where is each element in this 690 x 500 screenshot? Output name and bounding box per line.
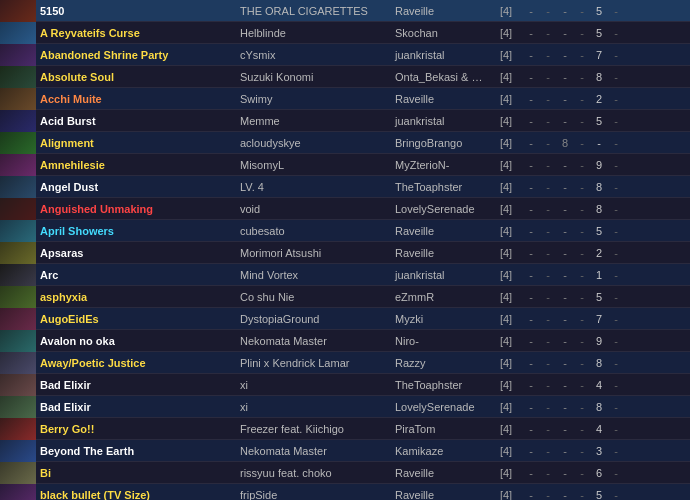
- song-artist: cYsmix: [236, 49, 391, 61]
- song-artist: Swimy: [236, 93, 391, 105]
- song-title: Absolute Soul: [36, 71, 236, 83]
- song-difficulty: [4]: [491, 203, 521, 215]
- song-difficulty: [4]: [491, 269, 521, 281]
- song-title: Acchi Muite: [36, 93, 236, 105]
- song-count: 8: [589, 181, 609, 193]
- table-row[interactable]: Abandoned Shrine PartycYsmixjuankristal[…: [0, 44, 690, 66]
- table-row[interactable]: AmnehilesieMisomyLMyZterioN-[4]----9-: [0, 154, 690, 176]
- song-count: 3: [589, 445, 609, 457]
- table-row[interactable]: April ShowerscubesatoRaveille[4]----5-: [0, 220, 690, 242]
- table-row[interactable]: AlignmentacloudyskyeBringoBrango[4]--8--…: [0, 132, 690, 154]
- song-stat2: -: [555, 247, 575, 259]
- song-stat1: -: [521, 247, 541, 259]
- song-mapper: Raveille: [391, 93, 491, 105]
- table-row[interactable]: Absolute SoulSuzuki KonomiOnta_Bekasi & …: [0, 66, 690, 88]
- table-row[interactable]: Bad ElixirxiLovelySerenade[4]----8-: [0, 396, 690, 418]
- song-stat1: -: [521, 27, 541, 39]
- song-artist: Freezer feat. Kiichigo: [236, 423, 391, 435]
- song-stat1: -: [521, 401, 541, 413]
- table-row[interactable]: Birissyuu feat. chokoRaveille[4]----6-: [0, 462, 690, 484]
- song-thumbnail: [0, 110, 36, 132]
- table-row[interactable]: asphyxiaCo shu NieeZmmR[4]----5-: [0, 286, 690, 308]
- separator2: -: [575, 313, 589, 325]
- separator: -: [541, 357, 555, 369]
- table-row[interactable]: Acchi MuiteSwimyRaveille[4]----2-: [0, 88, 690, 110]
- song-title: April Showers: [36, 225, 236, 237]
- song-stat2: -: [555, 93, 575, 105]
- song-mapper: juankristal: [391, 269, 491, 281]
- table-row[interactable]: ArcMind Vortexjuankristal[4]----1-: [0, 264, 690, 286]
- song-difficulty: [4]: [491, 489, 521, 501]
- end-separator: -: [609, 445, 623, 457]
- song-title: Beyond The Earth: [36, 445, 236, 457]
- song-stat2: -: [555, 49, 575, 61]
- table-row[interactable]: Acid BurstMemmejuankristal[4]----5-: [0, 110, 690, 132]
- end-separator: -: [609, 357, 623, 369]
- table-row[interactable]: Beyond The EarthNekomata MasterKamikaze[…: [0, 440, 690, 462]
- song-count: 6: [589, 467, 609, 479]
- song-title: Acid Burst: [36, 115, 236, 127]
- song-count: -: [589, 137, 609, 149]
- song-stat2: -: [555, 313, 575, 325]
- song-artist: Nekomata Master: [236, 445, 391, 457]
- separator2: -: [575, 159, 589, 171]
- song-count: 5: [589, 225, 609, 237]
- song-mapper: TheToaphster: [391, 379, 491, 391]
- song-stat1: -: [521, 225, 541, 237]
- song-stat1: -: [521, 159, 541, 171]
- song-title: black bullet (TV Size): [36, 489, 236, 501]
- table-row[interactable]: Avalon no okaNekomata MasterNiro-[4]----…: [0, 330, 690, 352]
- song-title: Angel Dust: [36, 181, 236, 193]
- song-count: 5: [589, 489, 609, 501]
- song-title: Avalon no oka: [36, 335, 236, 347]
- song-stat1: -: [521, 379, 541, 391]
- song-artist: Mind Vortex: [236, 269, 391, 281]
- song-thumbnail: [0, 264, 36, 286]
- song-thumbnail: [0, 396, 36, 418]
- end-separator: -: [609, 335, 623, 347]
- song-mapper: Skochan: [391, 27, 491, 39]
- table-row[interactable]: ApsarasMorimori AtsushiRaveille[4]----2-: [0, 242, 690, 264]
- table-row[interactable]: Away/Poetic JusticePlini x Kendrick Lama…: [0, 352, 690, 374]
- song-title: Bi: [36, 467, 236, 479]
- song-difficulty: [4]: [491, 423, 521, 435]
- song-stat2: -: [555, 181, 575, 193]
- song-title: Anguished Unmaking: [36, 203, 236, 215]
- table-row[interactable]: Anguished UnmakingvoidLovelySerenade[4]-…: [0, 198, 690, 220]
- separator2: -: [575, 203, 589, 215]
- song-mapper: Raveille: [391, 489, 491, 501]
- song-count: 5: [589, 115, 609, 127]
- song-mapper: juankristal: [391, 115, 491, 127]
- end-separator: -: [609, 247, 623, 259]
- table-row[interactable]: A Reyvateifs CurseHelblindeSkochan[4]---…: [0, 22, 690, 44]
- separator: -: [541, 423, 555, 435]
- song-stat2: -: [555, 379, 575, 391]
- song-mapper: Onta_Bekasi & eZm...: [391, 71, 491, 83]
- song-title: Alignment: [36, 137, 236, 149]
- end-separator: -: [609, 27, 623, 39]
- table-row[interactable]: black bullet (TV Size)fripSideRaveille[4…: [0, 484, 690, 500]
- separator2: -: [575, 247, 589, 259]
- song-thumbnail: [0, 132, 36, 154]
- end-separator: -: [609, 49, 623, 61]
- table-row[interactable]: AugoEidEsDystopiaGroundMyzki[4]----7-: [0, 308, 690, 330]
- end-separator: -: [609, 159, 623, 171]
- end-separator: -: [609, 291, 623, 303]
- table-row[interactable]: Angel DustLV. 4TheToaphster[4]----8-: [0, 176, 690, 198]
- song-artist: LV. 4: [236, 181, 391, 193]
- table-row[interactable]: 5150THE ORAL CIGARETTESRaveille[4]----5-: [0, 0, 690, 22]
- table-row[interactable]: Bad ElixirxiTheToaphster[4]----4-: [0, 374, 690, 396]
- separator: -: [541, 247, 555, 259]
- song-stat1: -: [521, 357, 541, 369]
- song-count: 8: [589, 71, 609, 83]
- song-mapper: MyZterioN-: [391, 159, 491, 171]
- song-artist: rissyuu feat. choko: [236, 467, 391, 479]
- end-separator: -: [609, 269, 623, 281]
- song-difficulty: [4]: [491, 445, 521, 457]
- song-thumbnail: [0, 462, 36, 484]
- separator: -: [541, 71, 555, 83]
- song-stat1: -: [521, 93, 541, 105]
- table-row[interactable]: Berry Go!!Freezer feat. KiichigoPiraTom[…: [0, 418, 690, 440]
- song-stat2: -: [555, 445, 575, 457]
- song-difficulty: [4]: [491, 115, 521, 127]
